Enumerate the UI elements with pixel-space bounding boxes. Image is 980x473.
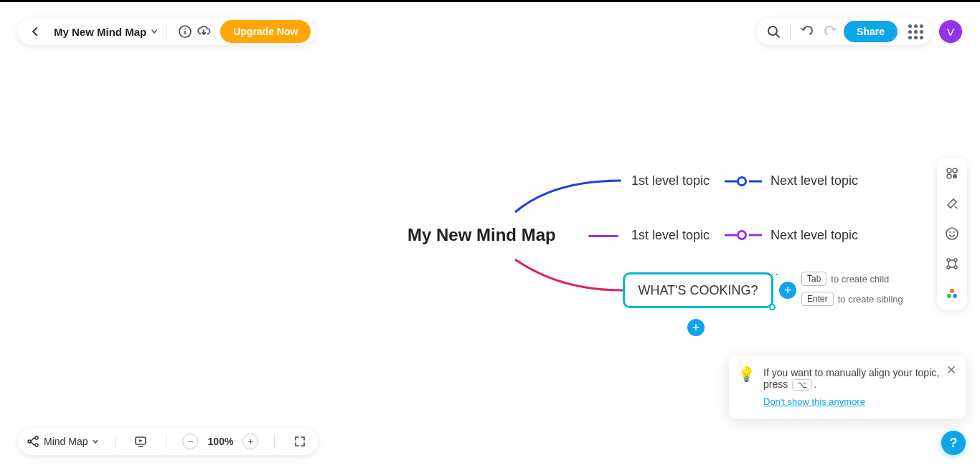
svg-point-21 (947, 294, 951, 298)
side-styles-button[interactable] (943, 165, 961, 182)
zoom-value[interactable]: 100% (205, 436, 235, 447)
tip-key: ⌥ (792, 379, 812, 391)
help-icon: ? (950, 436, 958, 451)
divider (274, 434, 275, 449)
view-mode-label: Mind Map (44, 436, 88, 447)
svg-point-24 (35, 436, 38, 439)
keyboard-hints: Tab to create child Enter to create sibl… (801, 272, 903, 312)
svg-point-25 (35, 444, 38, 446)
paint-icon (945, 196, 959, 211)
add-sibling-button[interactable]: + (687, 319, 705, 336)
svg-point-23 (28, 440, 31, 443)
svg-point-17 (954, 259, 957, 262)
resize-handle[interactable] (769, 304, 776, 310)
node-root[interactable]: My New Mind Map (407, 225, 556, 245)
mindmap-icon (27, 435, 39, 448)
node-level1-a[interactable]: 1st level topic (631, 173, 710, 188)
hint-tab-text: to create child (831, 274, 889, 285)
svg-point-10 (953, 168, 957, 173)
node-selected[interactable]: WHAT'S COOKING? (623, 272, 773, 308)
zoom-out-button[interactable]: − (182, 434, 198, 449)
present-icon (133, 434, 148, 449)
add-child-button[interactable]: + (779, 282, 796, 299)
help-button[interactable]: ? (941, 431, 966, 455)
tip-text: If you want to manually align your topic… (763, 367, 940, 391)
fit-screen-button[interactable] (291, 432, 309, 451)
connector-node-blue[interactable] (737, 176, 747, 186)
structure-icon (945, 257, 959, 271)
smile-icon (945, 226, 959, 241)
close-icon (947, 366, 956, 374)
zoom-controls: − 100% + (182, 434, 258, 449)
svg-point-22 (953, 294, 957, 298)
tip-close-button[interactable] (944, 363, 958, 377)
fullscreen-icon (293, 435, 306, 448)
side-emoji-button[interactable] (943, 225, 961, 242)
tip-popover: 💡 If you want to manually align your top… (729, 355, 966, 419)
key-enter: Enter (801, 292, 834, 306)
svg-point-9 (947, 168, 951, 173)
svg-point-15 (953, 231, 955, 233)
chevron-down-icon (92, 438, 99, 445)
divider (115, 434, 116, 449)
connector-node-purple[interactable] (737, 230, 747, 240)
lightbulb-icon: 💡 (738, 366, 755, 383)
tip-text-after: . (814, 378, 816, 390)
node-selected-text: WHAT'S COOKING? (638, 283, 758, 298)
sparkle-icon (945, 287, 959, 301)
tip-dismiss-link[interactable]: Don't show this anymore (763, 396, 865, 407)
svg-point-14 (949, 231, 951, 233)
svg-point-12 (953, 174, 957, 178)
side-theme-button[interactable] (943, 195, 961, 212)
toolbar-bottom: Mind Map − 100% + (18, 428, 318, 455)
svg-point-20 (950, 289, 954, 293)
svg-point-11 (947, 174, 951, 178)
svg-point-16 (947, 259, 950, 262)
node-level1-b[interactable]: 1st level topic (631, 228, 710, 243)
hint-tab: Tab to create child (801, 272, 903, 286)
svg-point-18 (947, 266, 950, 269)
side-ai-button[interactable] (943, 285, 961, 302)
divider (166, 434, 166, 449)
zoom-in-button[interactable]: + (242, 434, 258, 449)
hint-enter: Enter to create sibling (801, 292, 903, 306)
present-button[interactable] (131, 432, 150, 451)
view-mode-dropdown[interactable]: Mind Map (27, 435, 99, 448)
side-panel (937, 158, 967, 310)
node-menu-button[interactable]: ⋯ (766, 266, 780, 282)
tip-text-before: If you want to manually align your topic… (763, 367, 939, 390)
key-tab: Tab (801, 272, 826, 286)
connector-bar-purple (588, 235, 618, 237)
svg-point-19 (954, 266, 957, 269)
shapes-icon (945, 166, 959, 181)
side-structure-button[interactable] (943, 255, 961, 272)
node-level2-b[interactable]: Next level topic (771, 228, 858, 243)
svg-point-13 (946, 228, 958, 239)
hint-enter-text: to create sibling (838, 294, 903, 305)
node-level2-a[interactable]: Next level topic (771, 173, 858, 188)
